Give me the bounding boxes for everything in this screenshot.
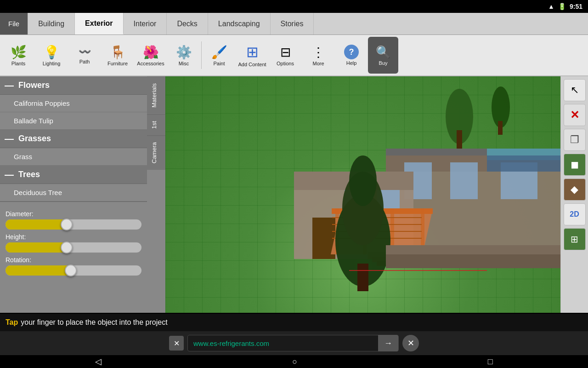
- side-tab-1st[interactable]: 1st: [147, 114, 165, 135]
- tab-stories[interactable]: Stories: [271, 13, 314, 34]
- category-flowers-header[interactable]: — Flowers: [0, 76, 147, 95]
- material-button[interactable]: ◆: [564, 178, 586, 201]
- toolbar-accessories[interactable]: 🌺 Accessories: [134, 37, 167, 74]
- svg-rect-1: [457, 130, 462, 149]
- toolbar-plants[interactable]: 🌿 Plants: [2, 37, 35, 74]
- toolbar-furniture[interactable]: 🪑 Furniture: [101, 37, 134, 74]
- rotation-slider[interactable]: [6, 265, 141, 276]
- misc-icon: ⚙️: [176, 45, 192, 60]
- wifi-icon: ▲: [548, 3, 554, 10]
- cursor-icon: ↖: [571, 84, 579, 96]
- toolbar: 🌿 Plants 💡 Lighting 〰️ Path 🪑 Furniture …: [0, 35, 588, 76]
- status-rest: your finger to place the object into the…: [21, 318, 167, 327]
- nav-home-button[interactable]: ○: [292, 357, 297, 367]
- ad-url-bar: www.es-refrigerants.com →: [187, 335, 399, 351]
- diameter-label: Diameter:: [6, 210, 141, 218]
- toolbar-more[interactable]: ⋮ More: [302, 37, 335, 74]
- item-grass[interactable]: Grass: [0, 148, 147, 166]
- copy-icon: ❐: [570, 134, 579, 146]
- nav-back-icon: ◁: [95, 357, 102, 366]
- item-ballade-tulip[interactable]: Ballade Tulip: [0, 112, 147, 130]
- tab-building[interactable]: Building: [28, 13, 75, 34]
- status-time: 9:51: [570, 3, 582, 10]
- ad-go-button[interactable]: →: [378, 335, 398, 351]
- rotation-fill: [6, 265, 71, 276]
- status-highlight: Tap: [6, 318, 18, 327]
- left-panel: — Flowers California Poppies Ballade Tul…: [0, 76, 147, 313]
- height-thumb[interactable]: [61, 242, 73, 253]
- height-slider[interactable]: [6, 242, 141, 253]
- ad-go-icon: →: [384, 339, 392, 348]
- item-deciduous-tree[interactable]: Deciduous Tree: [0, 184, 147, 201]
- plants-icon: 🌿: [11, 45, 27, 60]
- svg-rect-3: [498, 121, 503, 135]
- side-tab-materials[interactable]: Materials: [147, 76, 165, 114]
- svg-rect-31: [357, 264, 368, 291]
- copy-button[interactable]: ❐: [564, 129, 586, 151]
- material-icon: ◆: [571, 184, 578, 196]
- toolbar-misc[interactable]: ⚙️ Misc: [167, 37, 200, 74]
- path-icon: 〰️: [79, 46, 91, 58]
- 2d-view-button[interactable]: 2D: [564, 203, 586, 225]
- side-tab-camera[interactable]: Camera: [147, 135, 165, 170]
- toolbar-paint[interactable]: 🖌️ Paint: [203, 37, 236, 74]
- ad-close-icon: ✕: [174, 339, 180, 348]
- toolbar-buy[interactable]: 🔍 Buy: [368, 37, 398, 74]
- options-icon: ⊟: [280, 45, 291, 60]
- nav-home-icon: ○: [292, 357, 297, 366]
- toolbar-help[interactable]: ? Help: [335, 37, 368, 74]
- category-trees-header[interactable]: — Trees: [0, 166, 147, 184]
- tab-interior[interactable]: Interior: [124, 13, 167, 34]
- svg-marker-33: [487, 155, 560, 172]
- paint-icon: 🖌️: [211, 45, 227, 60]
- category-grasses-header[interactable]: — Grasses: [0, 130, 147, 148]
- ad-bar: ✕ www.es-refrigerants.com → ✕: [0, 331, 588, 355]
- category-list: — Flowers California Poppies Ballade Tul…: [0, 76, 147, 201]
- properties-panel: Diameter: Height: Rotation:: [0, 201, 147, 282]
- 3d-viewport[interactable]: [165, 76, 560, 313]
- tab-landscaping[interactable]: Landscaping: [208, 13, 271, 34]
- ad-close-button[interactable]: ✕: [169, 336, 184, 351]
- delete-button[interactable]: ✕: [564, 104, 586, 126]
- toolbar-separator: [201, 41, 202, 69]
- cursor-tool-button[interactable]: ↖: [564, 79, 586, 101]
- furniture-icon: 🪑: [110, 45, 126, 60]
- accessories-icon: 🌺: [143, 45, 159, 60]
- status-bar: ▲ 🔋 9:51: [0, 0, 588, 13]
- rotation-thumb[interactable]: [65, 264, 77, 276]
- nav-back-button[interactable]: ◁: [95, 356, 102, 367]
- delete-icon: ✕: [570, 109, 579, 121]
- diameter-slider[interactable]: [6, 219, 141, 230]
- nav-recent-button[interactable]: □: [488, 357, 493, 367]
- toolbar-path[interactable]: 〰️ Path: [68, 37, 101, 74]
- toolbar-options[interactable]: ⊟ Options: [269, 37, 302, 74]
- main-tabs: File Building Exterior Interior Decks La…: [0, 13, 588, 35]
- diameter-fill: [6, 219, 67, 230]
- rotation-label: Rotation:: [6, 256, 141, 264]
- ad-dismiss-icon: ✕: [407, 338, 414, 348]
- toolbar-lighting[interactable]: 💡 Lighting: [35, 37, 68, 74]
- layers-icon: ⊞: [571, 234, 578, 245]
- ad-dismiss-button[interactable]: ✕: [402, 335, 419, 351]
- right-toolbar: ↖ ✕ ❐ ◼ ◆ 2D ⊞: [560, 76, 588, 313]
- diameter-thumb[interactable]: [61, 218, 73, 230]
- ad-url-text: www.es-refrigerants.com: [188, 339, 378, 347]
- svg-point-30: [349, 155, 377, 206]
- help-icon: ?: [344, 45, 359, 59]
- flowers-collapse-icon: —: [5, 80, 14, 91]
- bottom-status-bar: Tap your finger to place the object into…: [0, 314, 588, 331]
- buy-icon: 🔍: [376, 45, 390, 59]
- height-fill: [6, 242, 67, 253]
- toolbar-add-content[interactable]: ⊞ Add Content: [236, 37, 269, 74]
- layers-button[interactable]: ⊞: [564, 228, 586, 250]
- item-california-poppies[interactable]: California Poppies: [0, 95, 147, 112]
- tab-decks[interactable]: Decks: [167, 13, 208, 34]
- 3d-view-button[interactable]: ◼: [564, 154, 586, 176]
- lighting-icon: 💡: [44, 45, 60, 60]
- battery-icon: 🔋: [558, 3, 566, 10]
- android-nav-bar: ◁ ○ □: [0, 355, 588, 368]
- tab-exterior[interactable]: Exterior: [75, 13, 123, 34]
- tab-file[interactable]: File: [0, 13, 28, 34]
- grasses-collapse-icon: —: [5, 133, 14, 144]
- add-content-icon: ⊞: [246, 43, 259, 61]
